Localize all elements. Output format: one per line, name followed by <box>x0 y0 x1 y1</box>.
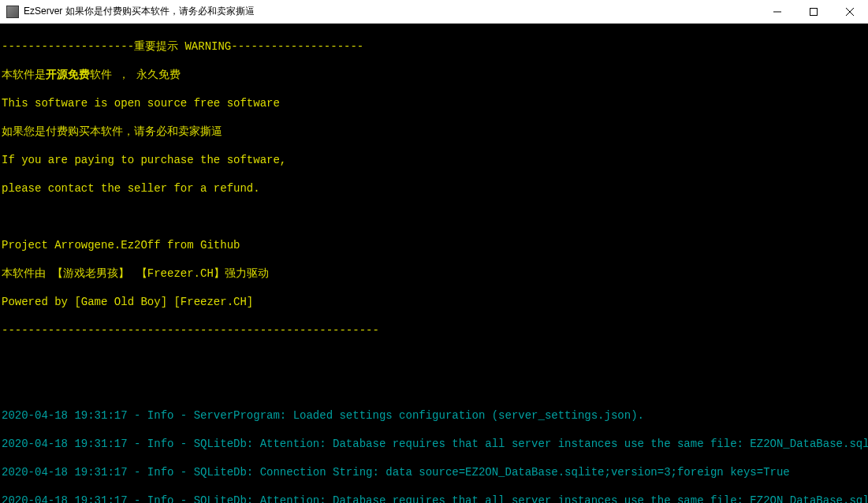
window-controls <box>759 0 868 23</box>
minimize-icon <box>773 8 781 16</box>
app-icon <box>6 6 19 18</box>
warning-header: --------------------重要提示 WARNING--------… <box>2 39 868 54</box>
maximize-icon <box>810 8 818 16</box>
maximize-button[interactable] <box>795 0 832 23</box>
svg-rect-1 <box>810 8 818 15</box>
titlebar: EzServer 如果你是付费购买本软件，请务必和卖家撕逼 <box>0 0 868 24</box>
log-line: 2020-04-18 19:31:17 - Info - ServerProgr… <box>2 408 868 423</box>
warning-line: Project Arrowgene.Ez2Off from Github <box>2 238 868 252</box>
warning-line: If you are paying to purchase the softwa… <box>2 153 868 167</box>
warning-line: please contact the seller for a refund. <box>2 181 868 196</box>
blank-line <box>2 352 868 366</box>
warning-line: 本软件是开源免费软件 ， 永久免费 <box>2 68 868 82</box>
log-line: 2020-04-18 19:31:17 - Info - SQLiteDb: C… <box>2 465 868 479</box>
blank-line <box>2 210 868 224</box>
window-title: EzServer 如果你是付费购买本软件，请务必和卖家撕逼 <box>24 5 759 18</box>
warning-line: This software is open source free softwa… <box>2 96 868 110</box>
blank-line <box>2 380 868 394</box>
close-button[interactable] <box>832 0 868 23</box>
warning-line: 本软件由 【游戏老男孩】 【Freezer.CH】强力驱动 <box>2 266 868 281</box>
close-icon <box>846 8 854 16</box>
log-line: 2020-04-18 19:31:17 - Info - SQLiteDb: A… <box>2 437 868 451</box>
console-output[interactable]: --------------------重要提示 WARNING--------… <box>0 24 868 503</box>
minimize-button[interactable] <box>759 0 795 23</box>
warning-line: 如果您是付费购买本软件，请务必和卖家撕逼 <box>2 125 868 139</box>
log-line: 2020-04-18 19:31:17 - Info - SQLiteDb: A… <box>2 494 868 503</box>
warning-line: Powered by [Game Old Boy] [Freezer.CH] <box>2 295 868 309</box>
warning-footer: ----------------------------------------… <box>2 323 868 337</box>
